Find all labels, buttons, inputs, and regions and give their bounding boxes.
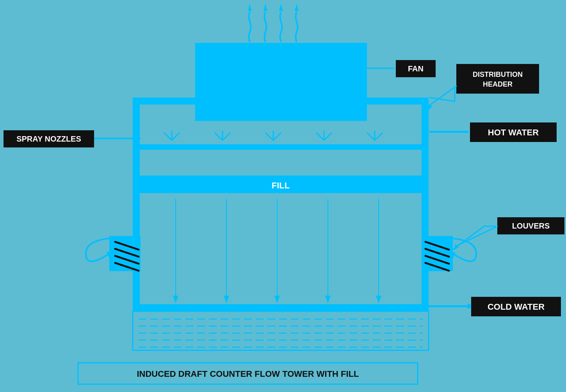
svg-rect-30: [133, 271, 140, 304]
hot-water-label: HOT WATER: [488, 128, 539, 137]
fill-label: FILL: [272, 181, 290, 190]
svg-rect-5: [195, 97, 202, 105]
bottom-title: INDUCED DRAFT COUNTER FLOW TOWER WITH FI…: [137, 369, 359, 379]
distribution-header-label: DISTRIBUTION: [473, 71, 523, 78]
diagram: FILL: [0, 0, 566, 392]
svg-rect-11: [133, 144, 429, 150]
svg-rect-6: [360, 97, 367, 105]
svg-rect-74: [457, 64, 539, 93]
fan-label: FAN: [408, 64, 424, 73]
svg-rect-28: [133, 193, 140, 236]
svg-rect-34: [133, 304, 429, 311]
svg-rect-4: [195, 43, 367, 121]
svg-rect-33: [422, 271, 429, 304]
cold-water-label: COLD WATER: [488, 302, 545, 312]
distribution-header-label2: HEADER: [483, 80, 513, 88]
svg-rect-31: [422, 193, 429, 236]
louvers-label: LOUVERS: [512, 222, 550, 230]
spray-nozzles-label: SPRAY NOZZLES: [16, 135, 81, 143]
